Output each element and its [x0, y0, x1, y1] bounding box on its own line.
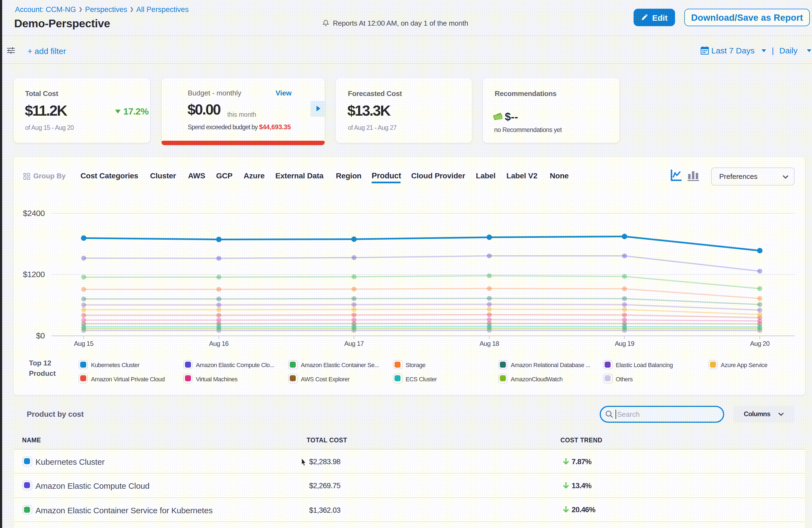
svg-text:Aug 20: Aug 20: [750, 339, 769, 347]
svg-text:$2400: $2400: [23, 208, 44, 217]
svg-text:$1200: $1200: [23, 269, 44, 278]
svg-text:Aug 15: Aug 15: [74, 339, 93, 347]
svg-text:Aug 16: Aug 16: [209, 339, 228, 347]
svg-text:Aug 17: Aug 17: [344, 339, 364, 347]
svg-text:Aug 19: Aug 19: [614, 339, 634, 347]
svg-text:Aug 18: Aug 18: [479, 339, 499, 347]
svg-text:$0: $0: [36, 331, 44, 340]
